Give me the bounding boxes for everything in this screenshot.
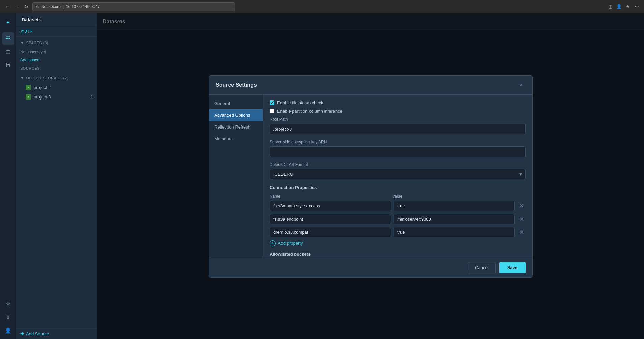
remove-prop-button-1[interactable]: ✕ (517, 202, 526, 210)
enable-file-status-checkbox[interactable] (270, 100, 274, 105)
allowlisted-buckets-label: Allowlisted buckets (270, 252, 526, 257)
connection-properties-title: Connection Properties (270, 185, 526, 190)
panel-title: Datasets (22, 17, 41, 22)
prop-value-input-1[interactable] (394, 201, 515, 211)
connection-props-header: Name Value (270, 194, 526, 199)
ctas-format-select[interactable]: ICEBERG PARQUET JSON CSV (270, 169, 526, 179)
encryption-key-input[interactable] (270, 146, 526, 157)
prop-name-input-2[interactable] (270, 214, 391, 224)
modal-footer: Cancel Save (209, 258, 532, 277)
user-icon[interactable]: 👤 (2, 324, 14, 336)
tab-reflection-refresh[interactable]: Reflection Refresh (209, 121, 263, 133)
url-separator: | (63, 4, 64, 9)
source-settings-modal: Source Settings × General Advanced Optio… (209, 75, 533, 278)
security-icon: ⚠ (35, 4, 39, 9)
no-spaces-text: No spaces yet (16, 48, 97, 56)
project-icon: ■ (26, 85, 31, 90)
checkbox-partition-row: Enable partition column inference (270, 109, 526, 114)
prop-name-input-3[interactable] (270, 227, 391, 237)
profile-icon[interactable]: 👤 (616, 3, 622, 10)
add-property-label: Add property (278, 241, 303, 246)
back-button[interactable]: ← (4, 3, 11, 10)
add-source-icon: ✚ (20, 331, 24, 336)
prop-value-input-3[interactable] (394, 227, 515, 237)
address-bar[interactable]: ⚠ Not secure | 10.137.0.149:9047 (32, 2, 235, 11)
ctas-format-select-wrapper: ICEBERG PARQUET JSON CSV (270, 169, 526, 179)
tab-general[interactable]: General (209, 97, 263, 109)
prop-name-input-1[interactable] (270, 201, 391, 211)
object-storage-section[interactable]: ▼ Object Storage (2) (16, 73, 97, 83)
cancel-button[interactable]: Cancel (468, 262, 495, 273)
checkbox-file-status-row: Enable file status check (270, 100, 526, 105)
add-space-link[interactable]: Add space (16, 56, 97, 64)
remove-prop-button-2[interactable]: ✕ (517, 215, 526, 223)
list-item[interactable]: ■ project-2 (16, 83, 97, 92)
prop-value-input-2[interactable] (394, 214, 515, 224)
app-layout: ✦ ☶ ☰ 🖹 ⚙ ℹ 👤 Datasets @JTR ▼ Spaces (0)… (0, 13, 644, 339)
connection-prop-row: ✕ (270, 227, 526, 237)
save-button[interactable]: Save (499, 262, 526, 273)
url-text: 10.137.0.149:9047 (66, 4, 100, 9)
remove-prop-button-3[interactable]: ✕ (517, 228, 526, 236)
add-property-button[interactable]: + Add property (270, 240, 526, 246)
modal-header: Source Settings × (209, 76, 532, 95)
tab-metadata[interactable]: Metadata (209, 133, 263, 145)
forward-button[interactable]: → (14, 3, 20, 10)
project-icon: ■ (26, 94, 31, 100)
security-label: Not secure (41, 4, 61, 9)
enable-partition-label: Enable partition column inference (277, 109, 342, 114)
extensions-icon[interactable]: ◫ (607, 3, 614, 10)
add-property-icon: + (270, 240, 276, 246)
ctas-format-group: Default CTAS Format ICEBERG PARQUET JSON… (270, 162, 526, 179)
spaces-section[interactable]: ▼ Spaces (0) (16, 38, 97, 48)
encryption-key-label: Server side encryption key ARN (270, 140, 526, 144)
left-panel: Datasets @JTR ▼ Spaces (0) No spaces yet… (16, 13, 97, 339)
panel-header: Datasets (16, 13, 97, 26)
modal-close-button[interactable]: × (517, 81, 526, 89)
logo-icon[interactable]: ✦ (2, 16, 14, 28)
connection-prop-row: ✕ (270, 214, 526, 224)
modal-form-content: Enable file status check Enable partitio… (263, 95, 532, 258)
sidebar-icons: ✦ ☶ ☰ 🖹 ⚙ ℹ 👤 (0, 13, 16, 339)
value-col-label: Value (392, 194, 512, 199)
ctas-format-label: Default CTAS Format (270, 162, 526, 167)
name-col-label: Name (270, 194, 390, 199)
root-path-input[interactable] (270, 124, 526, 134)
modal-sidebar-nav: General Advanced Options Reflection Refr… (209, 95, 263, 258)
browser-action-icons: ◫ 👤 ★ ⋯ (607, 3, 640, 10)
encryption-key-group: Server side encryption key ARN (270, 140, 526, 157)
help-icon[interactable]: ℹ (2, 311, 14, 323)
tab-advanced-options[interactable]: Advanced Options (209, 109, 263, 121)
datasets-icon[interactable]: ☶ (2, 32, 14, 45)
dremio-id: @JTR (16, 26, 97, 37)
bookmark-icon[interactable]: ★ (624, 3, 631, 10)
add-source-label: Add Source (26, 331, 49, 336)
list-item[interactable]: ■ project-3 1 (16, 92, 97, 102)
main-content: Datasets Source Settings × General Advan… (97, 13, 644, 339)
root-path-group: Root Path (270, 117, 526, 134)
browser-chrome: ← → ↻ ⚠ Not secure | 10.137.0.149:9047 ◫… (0, 0, 644, 13)
modal-body: General Advanced Options Reflection Refr… (209, 95, 532, 258)
jobs-icon[interactable]: ☰ (2, 46, 14, 58)
reload-button[interactable]: ↻ (23, 3, 30, 10)
modal-title: Source Settings (216, 82, 257, 88)
add-source-footer[interactable]: ✚ Add Source (16, 328, 97, 339)
connection-prop-row: ✕ (270, 201, 526, 211)
more-icon[interactable]: ⋯ (633, 3, 640, 10)
sources-section[interactable]: Sources (16, 64, 97, 73)
enable-file-status-label: Enable file status check (277, 100, 323, 105)
root-path-label: Root Path (270, 117, 526, 122)
settings-icon[interactable]: ⚙ (2, 297, 14, 309)
queries-icon[interactable]: 🖹 (2, 59, 14, 72)
enable-partition-checkbox[interactable] (270, 109, 274, 113)
